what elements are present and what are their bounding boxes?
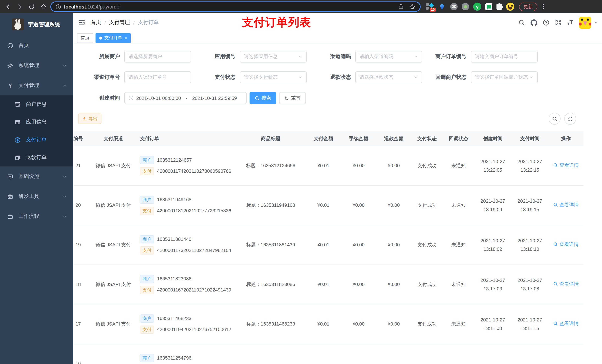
password-extension-icon[interactable]: 10: [426, 3, 434, 11]
command-extension-icon[interactable]: ⌘: [450, 3, 458, 10]
merchant-order-line: 商户 1635311468233: [140, 314, 236, 322]
search-button[interactable]: 搜索: [249, 92, 276, 104]
back-icon[interactable]: [3, 2, 13, 11]
filter-notify-status-select[interactable]: 请选择订单回调商户状态: [471, 71, 538, 83]
chevron-down-icon: [62, 174, 67, 179]
view-detail-link[interactable]: 查看详情: [553, 161, 579, 169]
filter-channel-order-no-input[interactable]: 请输入渠道订单号: [124, 71, 191, 83]
sidebar-item-workflow[interactable]: 工作流程: [0, 207, 73, 226]
cell-paid: 2021-10-2713:22:15: [511, 157, 548, 174]
sidebar-collapse-icon[interactable]: [78, 19, 85, 26]
cell-id: 17: [73, 320, 91, 328]
cell-amount: ¥0.01: [306, 162, 341, 169]
chevron-down-icon: [62, 214, 67, 219]
tab-close-icon[interactable]: ×: [125, 36, 127, 40]
cell-action: 查看详情: [548, 161, 583, 170]
browser-menu-icon[interactable]: [542, 3, 546, 11]
breadcrumb-item[interactable]: 支付管理: [109, 19, 130, 26]
bookmark-star-icon[interactable]: [409, 3, 415, 10]
filter-merchant-order-no-input[interactable]: 请输入商户订单编号: [471, 51, 538, 62]
pay-order-line: 支付 4200001194202110276752100612: [140, 325, 236, 334]
cell-channel: 微信 JSAPI 支付: [91, 241, 136, 249]
pay-order-line: 支付 4200001167202110271022491439: [140, 286, 236, 294]
table-row: 20 微信 JSAPI 支付 商户 1635311949168 支付 42000…: [73, 186, 583, 225]
page-content: 所属商户 请选择所属商户 应用编号 请选择应用信息 渠道编码 请输入渠道编码 商…: [73, 44, 602, 364]
toggle-search-button[interactable]: [549, 113, 560, 125]
sidebar-item-app-info[interactable]: 应用信息: [0, 113, 73, 131]
user-menu-caret-icon[interactable]: [594, 22, 597, 25]
cell-notify: 未通知: [443, 320, 474, 328]
sidebar-item-system[interactable]: 系统管理: [0, 55, 73, 75]
filter-channel-code-label: 渠道编码: [310, 53, 355, 60]
table-row: 18 微信 JSAPI 支付 商户 1635311823086 支付 42000…: [73, 265, 583, 304]
tab-0[interactable]: 首页: [77, 33, 93, 43]
cell-amount: ¥0.01: [306, 281, 341, 288]
table-row: 17 微信 JSAPI 支付 商户 1635311468233 支付 42000…: [73, 304, 583, 344]
dot-extension-icon[interactable]: [462, 3, 469, 10]
share-icon[interactable]: [398, 4, 404, 10]
create-time-range-picker[interactable]: 2021-10-01 00:00:00 - 2021-10-31 23:59:5…: [124, 92, 247, 104]
tags-view-bar: 首页 支付订单 ×: [73, 32, 602, 44]
kite-extension-icon[interactable]: [438, 3, 446, 11]
cell-id: 16: [73, 360, 91, 364]
browser-update-button[interactable]: 更新: [519, 2, 537, 11]
store-icon: [14, 101, 21, 107]
breadcrumb-separator: /: [133, 20, 135, 26]
cell-order-numbers: 商户 1635311881440 支付 42000011732021102728…: [136, 232, 236, 258]
filter-row: 所属商户 请选择所属商户 应用编号 请选择应用信息 渠道编码 请输入渠道编码 商…: [73, 51, 602, 62]
reload-icon[interactable]: [27, 2, 36, 11]
filter-channel-code-select[interactable]: 请输入渠道编码: [355, 51, 422, 62]
monitor-icon: [7, 173, 13, 180]
reset-button[interactable]: 重置: [279, 92, 306, 104]
home-icon[interactable]: [39, 2, 48, 11]
puzzle-extension-icon[interactable]: [496, 4, 502, 10]
column-header: 支付时间: [511, 135, 548, 142]
site-info-icon[interactable]: [55, 4, 61, 10]
tab-active-1[interactable]: 支付订单 ×: [96, 33, 131, 43]
magnifier-icon: [553, 281, 558, 286]
view-detail-link[interactable]: 查看详情: [553, 280, 579, 288]
chevron-down-icon: [62, 63, 67, 68]
cell-order-numbers: 商户 1635311254796 支付: [136, 351, 236, 364]
font-size-icon[interactable]: TT: [567, 19, 573, 26]
sidebar-item-refund-order[interactable]: 退款订单: [0, 149, 73, 166]
cell-status: 支付成功: [411, 202, 443, 209]
chevron-down-icon: [298, 75, 302, 80]
pay-tag: 支付: [140, 286, 154, 294]
cell-notify: 未通知: [443, 281, 474, 288]
chat-extension-icon[interactable]: [485, 3, 492, 10]
breadcrumb-item[interactable]: 首页: [91, 19, 101, 26]
filter-refund-status-select[interactable]: 请选择退款状态: [355, 71, 422, 83]
cell-fee: ¥0.00: [341, 281, 376, 288]
sidebar-item-dev-tools[interactable]: 研发工具: [0, 187, 73, 207]
sidebar-item-pay-order[interactable]: 支付订单: [0, 131, 73, 149]
forward-icon[interactable]: [15, 2, 24, 11]
url-bar[interactable]: localhost:1024/pay/order: [50, 1, 420, 12]
sidebar-item-infra[interactable]: 基础设施: [0, 166, 73, 187]
export-button[interactable]: 导出: [78, 114, 101, 124]
header-search-icon[interactable]: [518, 19, 525, 26]
yen-circle-icon: [14, 137, 21, 143]
sidebar-item-home[interactable]: 首页: [0, 35, 73, 55]
view-detail-link[interactable]: 查看详情: [553, 201, 579, 208]
user-avatar[interactable]: [579, 16, 591, 29]
refresh-table-button[interactable]: [564, 113, 576, 125]
view-detail-link[interactable]: 查看详情: [553, 320, 579, 327]
filter-merchant-input[interactable]: 请选择所属商户: [124, 51, 191, 62]
emoji-extension-icon[interactable]: [506, 3, 514, 11]
clock-icon: [129, 95, 134, 101]
extensions-area: 10 ⌘ y: [426, 3, 514, 11]
breadcrumb-separator: /: [104, 20, 106, 26]
github-icon[interactable]: [531, 19, 537, 26]
sidebar-item-merchant-info[interactable]: 商户信息: [0, 95, 73, 113]
y-extension-icon[interactable]: y: [473, 3, 481, 11]
merchant-order-line: 商户 1635312124657: [140, 156, 236, 164]
help-icon[interactable]: [543, 19, 549, 26]
fullscreen-icon[interactable]: [555, 19, 562, 26]
url-text: localhost:1024/pay/order: [64, 4, 121, 10]
sidebar-item-pay[interactable]: ¥ 支付管理: [0, 75, 73, 95]
filter-pay-status-select[interactable]: 请选择支付状态: [240, 71, 307, 83]
cell-created: 2021-10-2713:22:05: [474, 157, 511, 174]
filter-app-no-select[interactable]: 请选择应用信息: [240, 51, 307, 62]
view-detail-link[interactable]: 查看详情: [553, 241, 579, 248]
